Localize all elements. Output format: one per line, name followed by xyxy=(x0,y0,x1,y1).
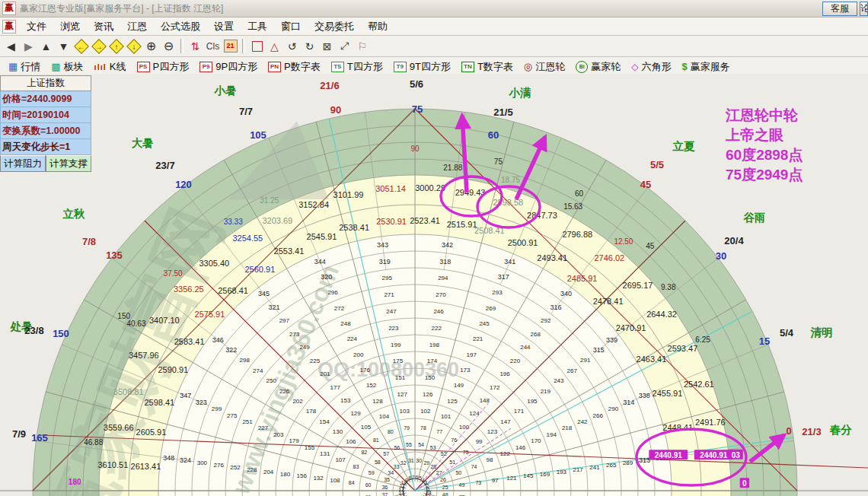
nav-up-button[interactable]: ▲ xyxy=(37,38,55,55)
view-9t-square[interactable]: T99T四方形 xyxy=(388,60,456,74)
view-t-table[interactable]: TNT数字表 xyxy=(456,60,519,74)
wheel-number: 2796.88 xyxy=(562,230,592,239)
menu-browse[interactable]: 浏览 xyxy=(53,20,87,33)
wheel-number: 246 xyxy=(433,308,444,315)
rim-label: 30 xyxy=(716,250,726,262)
view-kline[interactable]: ılılK线 xyxy=(89,60,132,74)
nav-right-button[interactable]: ▶ xyxy=(20,38,37,55)
wheel-number: 339 xyxy=(606,336,617,344)
wheel-number: 269 xyxy=(486,305,496,312)
wheel-number: 18.75 xyxy=(501,176,520,184)
wheel-number: 3508.81 xyxy=(113,387,144,396)
wheel-number: 145 xyxy=(523,472,534,479)
forum-button[interactable]: 论坛 xyxy=(860,2,868,16)
kline-icon: ılıl xyxy=(94,62,107,72)
updown-tool-button[interactable]: ⇅ xyxy=(187,38,204,55)
view-winner-service[interactable]: $赢家服务 xyxy=(676,60,735,74)
view-t-square[interactable]: TST四方形 xyxy=(326,60,388,74)
board-button[interactable]: ⚐ xyxy=(353,38,371,55)
wheel-number: 129 xyxy=(350,410,361,417)
pan-left-button[interactable]: ← xyxy=(72,38,90,55)
menu-file[interactable]: 文件 xyxy=(20,20,53,33)
cls-button[interactable]: Cls xyxy=(204,38,222,55)
wheel-number: 2538.41 xyxy=(339,223,369,232)
view-p-table[interactable]: PNP数字表 xyxy=(263,60,326,74)
window-title: 赢家江恩专业版[赢家服务平台] - [上证指数 江恩轮] xyxy=(20,2,223,15)
wheel-number: 250 xyxy=(266,377,277,384)
menu-window[interactable]: 窗口 xyxy=(274,20,308,33)
app-window: { "window": { "title": "赢家江恩专业版[赢家服务平台] … xyxy=(0,0,868,496)
rect-tool-button[interactable] xyxy=(248,38,266,55)
wheel-number: 2695.17 xyxy=(623,281,653,290)
wheel-number: 76 xyxy=(451,437,457,443)
customer-service-button[interactable]: 客服 xyxy=(822,2,857,16)
wheel-number: 266 xyxy=(593,412,604,419)
wheel-number: 265 xyxy=(606,462,617,469)
zoom-in-button[interactable]: ⊕ xyxy=(142,38,160,55)
rim-label: 小暑 xyxy=(214,84,237,97)
wheel-number: 50 xyxy=(455,470,461,475)
full-extent-button[interactable]: ⊠ xyxy=(318,38,336,55)
nav-left-button[interactable]: ◀ xyxy=(2,38,20,55)
grid-icon: ▦ xyxy=(8,61,18,72)
wheel-number: 155 xyxy=(305,444,315,451)
wheel-number: 6 xyxy=(415,475,418,480)
wheel-number: 149 xyxy=(454,382,464,389)
dollar-icon: $ xyxy=(681,61,687,72)
ts-icon: TS xyxy=(331,62,344,72)
view-gann-wheel[interactable]: ◎江恩轮 xyxy=(519,60,570,74)
rotate-cw-button[interactable]: ↻ xyxy=(301,38,318,55)
zoom-out-button[interactable]: ⊖ xyxy=(160,38,177,55)
rim-label: 小满 xyxy=(509,87,532,99)
menu-settings[interactable]: 设置 xyxy=(207,20,241,33)
wheel-number: 267 xyxy=(567,367,578,374)
view-sectors[interactable]: ▩板块 xyxy=(46,60,88,74)
pan-up-button[interactable]: ↑ xyxy=(107,38,125,55)
rotate-ccw-button[interactable]: ↺ xyxy=(283,38,301,55)
wheel-number: 200 xyxy=(353,351,364,358)
calc-resistance-button[interactable]: 计算阻力 xyxy=(0,155,46,172)
menu-formula-stockpick[interactable]: 公式选股 xyxy=(154,20,207,33)
menu-help[interactable]: 帮助 xyxy=(361,20,394,33)
rim-label: 5/6 xyxy=(410,78,423,90)
wheel-number: 148 xyxy=(480,397,490,404)
wheel-number: 73 xyxy=(475,480,481,485)
pan-right-button[interactable]: → xyxy=(90,38,107,55)
view-p-square[interactable]: PSP四方形 xyxy=(132,60,195,74)
calc-support-button[interactable]: 计算支撑 xyxy=(46,155,91,172)
wheel-number: 35 xyxy=(384,477,390,482)
wheel-number: 98 xyxy=(486,456,493,463)
calendar-button[interactable]: 21 xyxy=(222,38,239,55)
calendar-icon: 21 xyxy=(224,40,238,52)
wheel-number: 46.88 xyxy=(84,438,103,447)
nav-down-button[interactable]: ▼ xyxy=(55,38,72,55)
menu-gann[interactable]: 江恩 xyxy=(120,20,154,33)
wheel-number: 6.25 xyxy=(695,335,710,344)
wheel-number: 244 xyxy=(520,344,531,351)
wheel-number: 198 xyxy=(429,342,440,348)
blocks-icon: ▩ xyxy=(51,61,60,72)
wheel-number: 153 xyxy=(340,397,351,404)
wheel-number: 222 xyxy=(432,325,442,332)
wheel-number: 123 xyxy=(487,428,498,435)
fit-center-button[interactable]: ⤢ xyxy=(336,38,353,55)
menu-tools[interactable]: 工具 xyxy=(241,20,274,33)
wheel-number: 2847.73 xyxy=(527,211,557,220)
menu-news[interactable]: 资讯 xyxy=(87,20,120,33)
toolbar-separator xyxy=(242,39,245,53)
view-quotes[interactable]: ▦行情 xyxy=(3,60,46,74)
wheel-number: 3051.14 xyxy=(375,184,406,193)
wheel-number: 176 xyxy=(359,367,370,374)
view-winner-wheel[interactable]: Bi赢家轮 xyxy=(570,60,626,74)
wheel-number: 170 xyxy=(531,437,541,444)
menu-trade[interactable]: 交易委托 xyxy=(308,20,361,33)
view-9p-square[interactable]: P99P四方形 xyxy=(194,60,263,74)
wheel-number: 199 xyxy=(391,342,401,348)
wheel-number: 319 xyxy=(379,258,391,265)
view-hexagon[interactable]: ◇六角形 xyxy=(626,60,676,74)
triangle-tool-button[interactable]: △ xyxy=(266,38,283,55)
wheel-number: 268 xyxy=(531,331,541,338)
wheel-number: 128 xyxy=(372,398,383,405)
pan-down-button[interactable]: ↓ xyxy=(125,38,142,55)
wheel-number: 105 xyxy=(361,424,372,431)
